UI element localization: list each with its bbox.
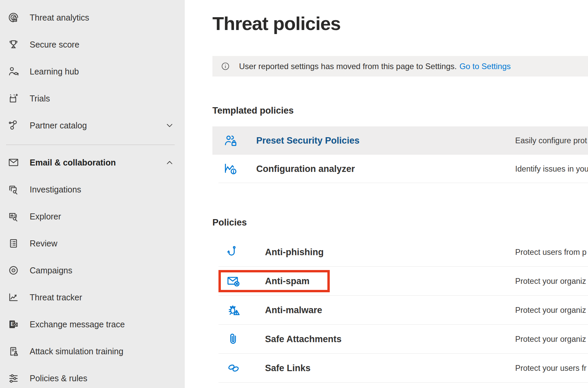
secure-score-icon [7,38,20,51]
threat-tracker-icon [7,291,20,303]
sidebar-item-label: Secure score [30,40,79,50]
explorer-icon [7,210,20,222]
sidebar: Threat analyticsSecure scoreLearning hub… [0,0,185,388]
anti-phishing-icon [226,244,241,260]
sidebar-item-label: Review [30,239,57,248]
row-description: Protect your organiz [515,277,586,286]
sidebar-item-label: Explorer [30,212,61,221]
row-anti-phishing[interactable]: Anti-phishingProtect users from p [212,238,588,267]
trials-icon [7,92,20,105]
policy-sections: Templated policiesPreset Security Polici… [212,105,588,383]
banner-text: User reported settings has moved from th… [239,62,457,71]
row-title[interactable]: Safe Links [265,363,311,374]
row-configuration-analyzer[interactable]: Configuration analyzerIdentify issues in… [212,155,588,183]
exchange-message-trace-icon: E [7,318,20,330]
section-heading-templated-policies: Templated policies [212,105,588,116]
threat-analytics-icon [7,11,20,24]
row-title[interactable]: Safe Attachments [265,334,342,345]
section-rows-policies: Anti-phishingProtect users from pAnti-sp… [212,238,588,383]
sidebar-item-label: Exchange message trace [30,320,125,329]
row-title[interactable]: Anti-malware [265,305,322,316]
sidebar-item-label: Campaigns [30,266,72,275]
investigations-icon [7,183,20,196]
main-content: Threat policies User reported settings h… [185,0,588,388]
preset-security-policies-icon [223,133,238,148]
row-title[interactable]: Configuration analyzer [256,164,355,174]
sidebar-item-partner-catalog[interactable]: Partner catalog [0,112,185,139]
sidebar-item-secure-score[interactable]: Secure score [0,31,185,58]
row-anti-malware[interactable]: Anti-malwareProtect your organiz [212,296,588,325]
sidebar-item-label: Learning hub [30,67,79,77]
row-preset-security-policies[interactable]: Preset Security PoliciesEasily configure… [212,126,588,155]
info-banner: User reported settings has moved from th… [212,56,588,77]
info-icon [220,61,230,71]
sidebar-item-campaigns[interactable]: Campaigns [0,257,185,284]
sidebar-item-label: Attack simulation training [30,347,123,356]
sidebar-item-label: Threat tracker [30,293,82,302]
row-description: Protect your organiz [515,306,586,315]
go-to-settings-link[interactable]: Go to Settings [460,62,511,71]
row-description: Protect your users fr [515,364,587,373]
sidebar-item-email-collaboration[interactable]: Email & collaboration [0,149,185,176]
email-collaboration-icon [7,156,20,169]
sidebar-item-explorer[interactable]: Explorer [0,203,185,230]
anti-spam-icon [226,273,241,289]
anti-malware-icon [226,302,241,318]
row-description: Protect users from p [515,248,587,257]
row-description: Easily configure prot [515,136,587,145]
section-rows-templated-policies: Preset Security PoliciesEasily configure… [212,126,588,183]
sidebar-item-threat-analytics[interactable]: Threat analytics [0,4,185,31]
safe-attachments-icon [226,331,241,347]
sidebar-item-label: Trials [30,94,50,103]
sidebar-item-exchange-message-trace[interactable]: EExchange message trace [0,311,185,338]
sidebar-item-label: Email & collaboration [30,158,116,168]
partner-catalog-icon [7,119,20,131]
row-title[interactable]: Anti-spam [265,276,310,287]
configuration-analyzer-icon [223,161,238,177]
safe-links-icon [226,360,241,376]
sidebar-divider [6,145,175,145]
row-description: Identify issues in you [515,165,588,174]
sidebar-item-investigations[interactable]: Investigations [0,176,185,203]
sidebar-item-learning-hub[interactable]: Learning hub [0,58,185,85]
row-safe-links[interactable]: Safe LinksProtect your users fr [212,354,588,383]
row-safe-attachments[interactable]: Safe AttachmentsProtect your organiz [212,325,588,354]
section-heading-policies: Policies [212,217,588,228]
sidebar-item-policies-rules[interactable]: Policies & rules [0,365,185,388]
attack-simulation-training-icon [7,345,20,357]
sidebar-item-review[interactable]: Review [0,230,185,257]
learning-hub-icon [7,65,20,78]
chevron-up-icon [165,158,174,167]
campaigns-icon [7,264,20,276]
sidebar-item-trials[interactable]: Trials [0,85,185,112]
policies-rules-icon [7,372,20,384]
review-icon [7,237,20,249]
row-anti-spam[interactable]: Anti-spamProtect your organiz [212,267,588,296]
page-title: Threat policies [212,13,588,34]
row-title[interactable]: Anti-phishing [265,247,324,258]
row-description: Protect your organiz [515,335,586,344]
sidebar-item-label: Investigations [30,185,81,195]
sidebar-item-threat-tracker[interactable]: Threat tracker [0,284,185,311]
banner-message: User reported settings has moved from th… [239,62,511,71]
sidebar-item-attack-simulation-training[interactable]: Attack simulation training [0,338,185,365]
chevron-down-icon [165,121,174,130]
row-title[interactable]: Preset Security Policies [256,136,359,146]
sidebar-item-label: Partner catalog [30,121,87,130]
sidebar-item-label: Policies & rules [30,374,87,383]
sidebar-item-label: Threat analytics [30,13,89,23]
